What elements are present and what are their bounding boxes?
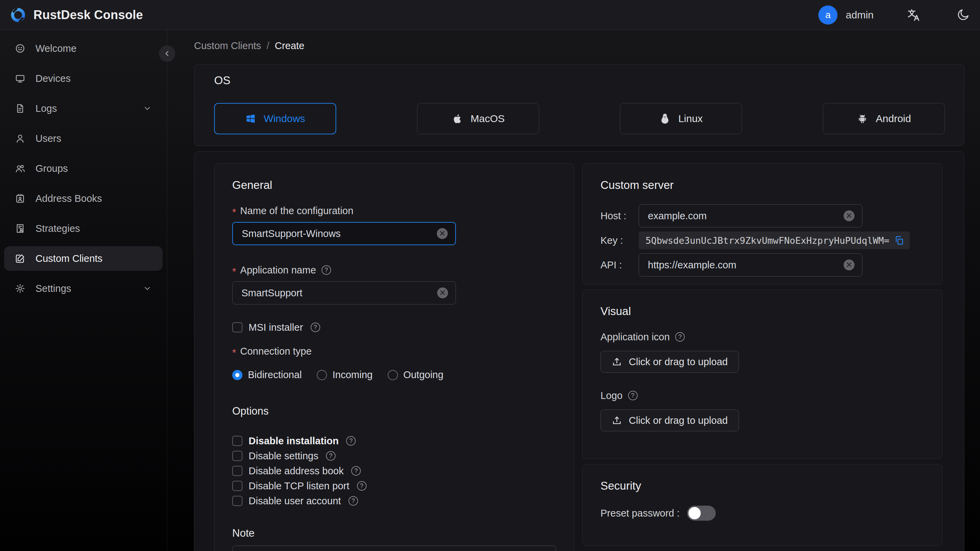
os-option-android[interactable]: Android	[823, 103, 945, 134]
general-section-title: General	[232, 179, 556, 191]
clear-icon[interactable]: ✕	[843, 260, 854, 271]
clear-icon[interactable]: ✕	[437, 228, 448, 239]
copy-icon[interactable]	[894, 235, 904, 245]
msi-installer-row: MSI installer ?	[232, 322, 556, 333]
address-book-icon	[15, 193, 25, 204]
username[interactable]: admin	[846, 9, 873, 21]
translate-icon[interactable]	[906, 8, 921, 22]
sidebar-item-logs[interactable]: Logs	[0, 96, 167, 121]
sidebar-item-users[interactable]: Users	[0, 126, 167, 151]
sidebar-item-groups[interactable]: Groups	[0, 156, 167, 181]
help-icon[interactable]: ?	[311, 323, 320, 332]
help-icon[interactable]: ?	[326, 451, 336, 461]
breadcrumb-custom-clients[interactable]: Custom Clients	[194, 40, 261, 51]
breadcrumb: Custom Clients / Create	[194, 40, 966, 51]
help-icon[interactable]: ?	[321, 265, 331, 275]
host-input-field[interactable]	[648, 210, 843, 221]
disable-user-account-checkbox[interactable]	[232, 496, 242, 506]
app-name-input-field[interactable]	[242, 287, 437, 299]
option-disable-settings: Disable settings ?	[232, 451, 556, 461]
logo-label: Logo ?	[600, 390, 924, 401]
help-icon[interactable]: ?	[675, 332, 685, 342]
note-textarea[interactable]	[232, 546, 556, 551]
host-label: Host :	[600, 210, 639, 221]
connection-type-radios: Bidirectional Incoming Outgoing	[232, 369, 556, 381]
user-icon	[15, 133, 25, 143]
sidebar-item-custom-clients[interactable]: Custom Clients	[4, 246, 163, 271]
config-name-input[interactable]: ✕	[232, 222, 456, 245]
upload-icon	[612, 415, 622, 425]
visual-card: Visual Application icon ? Click or drag …	[582, 290, 942, 459]
sidebar: Welcome Devices Logs Users Groups	[0, 30, 167, 551]
disable-tcp-listen-port-checkbox[interactable]	[232, 481, 242, 491]
chevron-down-icon	[143, 104, 152, 113]
sidebar-item-strategies[interactable]: Strategies	[0, 216, 167, 241]
api-input-field[interactable]	[648, 260, 843, 271]
dark-mode-icon[interactable]	[956, 8, 970, 22]
upload-icon	[612, 357, 622, 367]
sidebar-item-address-books[interactable]: Address Books	[0, 186, 167, 211]
help-icon[interactable]: ?	[628, 391, 638, 400]
os-option-macos[interactable]: MacOS	[417, 103, 539, 134]
api-input[interactable]: ✕	[639, 253, 862, 277]
custom-server-card: Custom server Host : ✕ Key :	[582, 163, 942, 284]
help-icon[interactable]: ?	[348, 496, 358, 506]
api-label: API :	[600, 260, 639, 271]
help-icon[interactable]: ?	[351, 466, 361, 476]
clear-icon[interactable]: ✕	[843, 210, 854, 221]
custom-server-title: Custom server	[600, 179, 924, 191]
application-icon-label: Application icon ?	[600, 332, 924, 342]
app-name-label: * Application name ?	[232, 265, 556, 275]
application-icon-upload-button[interactable]: Click or drag to upload	[600, 351, 739, 373]
sidebar-item-settings[interactable]: Settings	[0, 276, 167, 301]
sidebar-item-devices[interactable]: Devices	[0, 66, 167, 91]
radio-bidirectional[interactable]	[232, 370, 242, 380]
os-option-windows[interactable]: Windows	[214, 103, 336, 134]
host-input[interactable]: ✕	[639, 204, 862, 228]
disable-installation-checkbox[interactable]	[232, 436, 242, 446]
connection-type-label: * Connection type	[232, 346, 556, 356]
monitor-icon	[15, 73, 25, 84]
radio-outgoing[interactable]	[388, 370, 398, 380]
app-header: RustDesk Console a admin	[0, 0, 980, 30]
option-disable-user-account: Disable user account ?	[232, 496, 556, 506]
chevron-down-icon	[143, 284, 152, 293]
avatar[interactable]: a	[818, 5, 837, 25]
disable-settings-checkbox[interactable]	[232, 451, 242, 461]
required-asterisk: *	[232, 207, 236, 217]
form-wrapper-card: General * Name of the configuration ✕ * …	[194, 151, 964, 551]
sidebar-item-welcome[interactable]: Welcome	[0, 36, 167, 61]
note-label: Note	[232, 527, 556, 540]
brand: RustDesk Console	[10, 7, 143, 23]
clear-icon[interactable]: ✕	[437, 287, 448, 298]
file-user-icon	[15, 223, 25, 234]
radio-incoming[interactable]	[317, 370, 327, 380]
logo-upload-button[interactable]: Click or drag to upload	[600, 409, 739, 431]
config-name-input-field[interactable]	[242, 228, 437, 239]
api-row: API : ✕	[600, 253, 924, 277]
rustdesk-logo-icon	[10, 7, 26, 23]
os-option-linux[interactable]: Linux	[620, 103, 742, 134]
preset-password-row: Preset password :	[600, 506, 924, 521]
key-row: Key : 5Qbwsde3unUcJBtrx9ZkvUmwFNoExHzpry…	[600, 231, 924, 249]
main-content: Custom Clients / Create OS Windows MacOS	[167, 30, 980, 551]
users-icon	[15, 163, 25, 174]
app-name-input[interactable]: ✕	[232, 281, 456, 304]
help-icon[interactable]: ?	[357, 481, 367, 490]
host-row: Host : ✕	[600, 204, 924, 228]
disable-address-book-checkbox[interactable]	[232, 466, 242, 476]
sidebar-collapse-button[interactable]	[159, 45, 175, 62]
required-asterisk: *	[232, 347, 236, 358]
edit-square-icon	[15, 253, 25, 264]
linux-icon	[659, 113, 671, 124]
gear-icon	[15, 283, 25, 293]
security-title: Security	[600, 479, 924, 492]
android-icon	[857, 113, 868, 124]
preset-password-toggle[interactable]	[687, 506, 716, 521]
smiley-icon	[15, 43, 25, 54]
msi-installer-checkbox[interactable]	[232, 322, 242, 333]
os-card: OS Windows MacOS Linux	[194, 64, 964, 146]
visual-title: Visual	[600, 305, 924, 317]
apple-icon	[452, 113, 463, 124]
help-icon[interactable]: ?	[346, 436, 356, 446]
